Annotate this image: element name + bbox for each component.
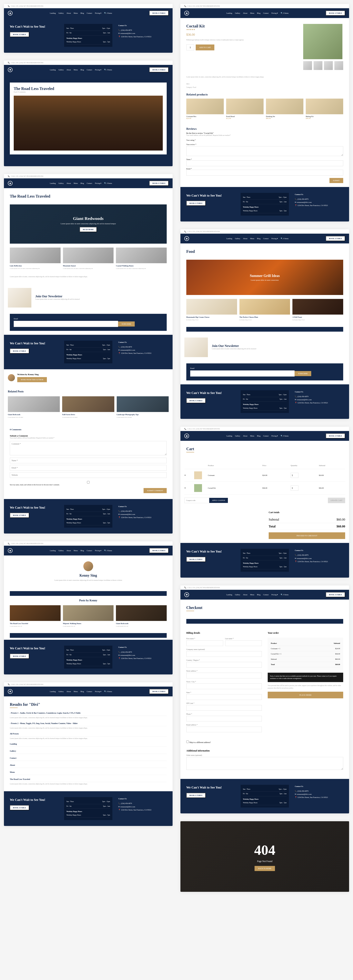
ship-different-checkbox[interactable]: [186, 740, 189, 743]
proceed-checkout-button[interactable]: PROCEED TO CHECKOUT: [269, 532, 345, 539]
product-image[interactable]: [303, 24, 342, 59]
avatar: [8, 374, 15, 381]
result-item[interactable]: Gallery: [10, 750, 167, 754]
results-title: Results for "Divi": [10, 702, 167, 707]
book-table-button[interactable]: BOOK A TABLE: [149, 11, 169, 16]
back-home-button[interactable]: BACK TO HOME: [254, 866, 275, 871]
footer-book-button[interactable]: BOOK A TABLE: [10, 32, 29, 37]
blog-post-card: CALL US: (234) 567-8910/RESERVATIONS ◉La…: [4, 174, 173, 533]
result-item[interactable]: - Presets 2 - Menu, Toggle, FO, Img, Ico…: [10, 722, 167, 726]
rating-stars: ★★★★★: [186, 29, 297, 30]
contact-info: Contact Us📞 (234) 456-6879✉ restaurant@d…: [118, 24, 167, 47]
lastname-input[interactable]: [225, 640, 262, 646]
thumbnail[interactable]: [313, 61, 323, 70]
author-post[interactable]: The Road Less TraveledLorem ipsum dolor …: [10, 605, 61, 627]
nav-links[interactable]: LandingGalleryAboutMenuBlogContactPricin…: [50, 12, 112, 14]
save-checkbox[interactable]: [10, 481, 167, 484]
newsletter-section: Join Our NewsletterLorem ipsum dolor sit…: [4, 284, 173, 312]
email-input[interactable]: [14, 321, 118, 327]
card-item[interactable]: Coastal Walking DunesLorem ipsum dolor s…: [116, 248, 167, 270]
email-input[interactable]: [10, 465, 167, 471]
phone-input[interactable]: [186, 716, 262, 721]
logo-icon[interactable]: ◉: [8, 11, 13, 16]
apply-coupon-button[interactable]: APPLY COUPON: [209, 498, 228, 503]
comment-textarea[interactable]: [10, 441, 167, 455]
remove-icon[interactable]: ✕: [184, 474, 192, 476]
post-title: The Road Less Traveled: [14, 86, 163, 91]
author-box: Written by Kenny SingMORE FROM THIS AUTH…: [4, 369, 173, 386]
subscribe-button[interactable]: SUBSCRIBE: [295, 371, 311, 376]
card-item[interactable]: Mountain SunsetLorem ipsum dolor sit ame…: [63, 248, 114, 270]
result-item[interactable]: Menu: [10, 771, 167, 775]
submit-comment-button[interactable]: SUBMIT COMMENT: [144, 488, 167, 493]
result-item[interactable]: Contact: [10, 757, 167, 761]
result-item[interactable]: - Presets 1 - Audio, Circle & Bar Counte…: [10, 712, 167, 716]
subscribe-button[interactable]: SUBSCRIBE: [118, 321, 135, 326]
related-product[interactable]: Drinking Set$80.00: [266, 99, 303, 119]
author-post[interactable]: Giant RedwoodsLorem ipsum dolor sit: [116, 605, 167, 627]
submit-review-button[interactable]: SUBMIT: [329, 178, 343, 183]
firstname-input[interactable]: [186, 640, 223, 646]
email-input[interactable]: [190, 371, 295, 377]
city-input[interactable]: [186, 684, 262, 689]
post-meta: Food | 0 comments: [14, 91, 163, 94]
main-nav: ◉ LandingGalleryAboutMenuBlogContactPric…: [4, 8, 173, 18]
remove-icon[interactable]: ✕: [184, 487, 192, 489]
qty-input[interactable]: [291, 473, 299, 478]
food-post[interactable]: A Well Toastby Kenny Sing | Food: [292, 299, 343, 321]
category-title: Food: [186, 249, 343, 254]
footer-preview: CALL US: (234) 567-8910/RESERVATIONS ◉ L…: [4, 4, 173, 53]
food-post[interactable]: The Perfect Cheese Plateby Kenny Sing | …: [240, 299, 290, 321]
related-post[interactable]: Fall Forest DriveLorem ipsum dolor sit a…: [62, 396, 114, 418]
review-name-input[interactable]: [186, 160, 343, 166]
result-item[interactable]: The Road Less Traveled: [10, 778, 167, 782]
street-input[interactable]: [186, 673, 262, 678]
thumbnail[interactable]: [303, 61, 312, 70]
thumbnail[interactable]: [324, 61, 333, 70]
qty-input[interactable]: [291, 485, 299, 491]
email-input[interactable]: [186, 727, 262, 732]
related-product[interactable]: Croissant Box$24.00: [186, 99, 224, 119]
review-textarea[interactable]: [186, 146, 343, 156]
related-post[interactable]: Landscape Photography TipsLorem ipsum do…: [117, 396, 169, 418]
review-email-input[interactable]: [186, 170, 343, 176]
page-title: The Road Less Traveled: [10, 194, 167, 199]
related-product[interactable]: Baking Kit$40.00: [306, 99, 343, 119]
product-title: Coctail Kit: [186, 24, 297, 29]
topbar: CALL US: (234) 567-8910/RESERVATIONS: [4, 4, 173, 8]
result-item[interactable]: Landing: [10, 743, 167, 747]
more-author-button[interactable]: MORE FROM THIS AUTHOR: [17, 377, 47, 382]
read-more-button[interactable]: READ MORE: [80, 227, 97, 232]
checkout-title: Checkout: [186, 605, 343, 610]
state-input[interactable]: [186, 694, 262, 700]
order-summary: Your order ProductSubtotal Croissant × 1…: [268, 632, 343, 735]
checkout-page: CALL US: (234) 567-8910/RESERVATIONS ◉La…: [180, 585, 349, 814]
footer-title: We Can't Wait to See You!: [10, 24, 58, 30]
author-avatar: [83, 562, 93, 571]
comments-section: 0 Comments Submit a Comment Your email a…: [4, 422, 173, 499]
payment-notice: Sorry, it seems that there are no availa…: [268, 673, 343, 682]
zip-input[interactable]: [186, 705, 262, 711]
country-input[interactable]: [186, 662, 262, 668]
company-input[interactable]: [186, 651, 262, 657]
order-notes-textarea[interactable]: [186, 757, 343, 770]
author-post[interactable]: Majestic Walking DunesLorem ipsum dolor …: [63, 605, 114, 627]
quantity-input[interactable]: [186, 45, 194, 50]
result-item[interactable]: All Presets: [10, 733, 167, 737]
add-to-cart-button[interactable]: ADD TO CART: [196, 45, 214, 50]
update-cart-button[interactable]: UPDATE CART: [328, 498, 345, 503]
website-input[interactable]: [10, 472, 167, 478]
hours-box: Sun - Thurs5pm – 11pmFri - Sat5pm – 1amW…: [64, 24, 113, 47]
product-page: CALL US: (234) 567-8910/RESERVATIONS ◉La…: [180, 4, 349, 221]
card-item[interactable]: Lake ReflectionLorem ipsum dolor sit ame…: [10, 248, 61, 270]
related-product[interactable]: Fresh Bread$12.00: [226, 99, 264, 119]
result-item[interactable]: About: [10, 764, 167, 768]
coupon-input[interactable]: [184, 498, 209, 503]
product-price: $36.00: [186, 33, 297, 37]
name-input[interactable]: [10, 458, 167, 463]
search-results-page: CALL US: (234) 567-8910/RESERVATIONS ◉La…: [4, 682, 173, 826]
place-order-button[interactable]: PLACE ORDER: [268, 692, 343, 698]
related-post[interactable]: Giant RedwoodsLorem ipsum dolor sit amet: [8, 396, 60, 418]
food-post[interactable]: Homemade Dip Cream Cheeseby Kenny Sing |…: [186, 299, 237, 321]
thumbnail[interactable]: [334, 61, 343, 70]
